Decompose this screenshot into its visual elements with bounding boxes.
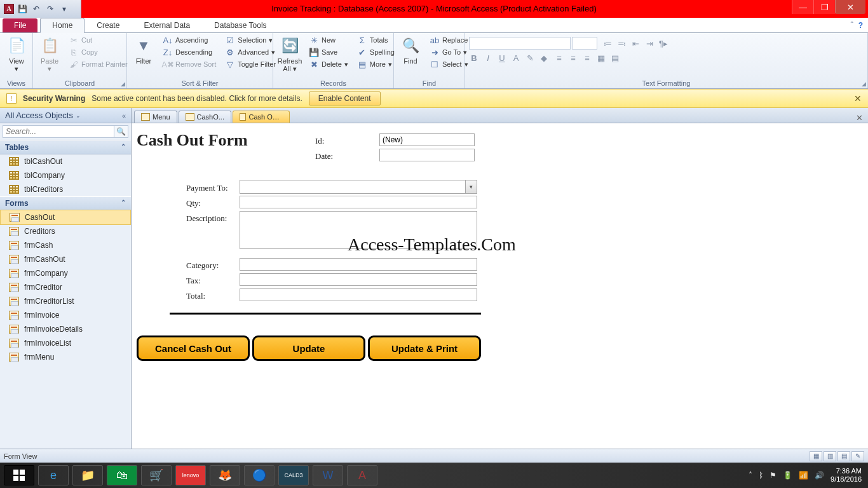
start-button[interactable] bbox=[4, 465, 34, 485]
nav-collapse-icon[interactable]: « bbox=[122, 112, 126, 119]
enable-content-button[interactable]: Enable Content bbox=[309, 92, 381, 105]
id-field[interactable]: (New) bbox=[379, 133, 475, 146]
tray-bluetooth-icon[interactable]: ᛒ bbox=[759, 471, 763, 480]
nav-form-item[interactable]: frmInvoiceList bbox=[0, 336, 131, 350]
nav-form-item[interactable]: frmCashOut bbox=[0, 252, 131, 266]
filter-button[interactable]: ▼ Filter bbox=[131, 34, 156, 66]
font-family-combo[interactable] bbox=[469, 37, 571, 50]
nav-forms-section[interactable]: Forms⌃ bbox=[0, 196, 131, 210]
update-print-button[interactable]: Update & Print bbox=[368, 336, 481, 361]
number-list-icon[interactable]: ≕ bbox=[616, 39, 627, 48]
align-left-icon[interactable]: ≡ bbox=[554, 53, 564, 63]
qty-field[interactable] bbox=[240, 196, 477, 208]
bullet-list-icon[interactable]: ≔ bbox=[602, 39, 613, 48]
total-field[interactable] bbox=[240, 288, 477, 301]
tray-flag-icon[interactable]: ⚑ bbox=[770, 471, 776, 480]
help-icon[interactable]: ? bbox=[858, 21, 863, 30]
taskbar-clock[interactable]: 7:36 AM 9/18/2016 bbox=[831, 467, 864, 484]
taskbar-access-icon[interactable]: A bbox=[347, 465, 377, 485]
file-tab[interactable]: File bbox=[3, 18, 37, 32]
delete-record-button[interactable]: ✖Delete ▾ bbox=[306, 58, 351, 70]
update-button[interactable]: Update bbox=[252, 336, 365, 361]
external-data-tab[interactable]: External Data bbox=[132, 18, 202, 32]
qat-undo-icon[interactable]: ↶ bbox=[31, 3, 42, 15]
category-field[interactable] bbox=[240, 258, 477, 271]
font-size-combo[interactable] bbox=[572, 37, 597, 50]
taskbar-explorer-icon[interactable]: 📁 bbox=[72, 465, 103, 485]
text-dialog-launcher[interactable]: ◢ bbox=[862, 81, 866, 87]
nav-form-item[interactable]: frmCreditor bbox=[0, 280, 131, 294]
window-restore-button[interactable]: ❐ bbox=[813, 0, 835, 14]
nav-form-item[interactable]: frmCreditorList bbox=[0, 294, 131, 308]
document-tab[interactable]: Menu bbox=[134, 111, 177, 123]
nav-search-input[interactable] bbox=[3, 125, 114, 138]
spelling-button[interactable]: ✔Spelling bbox=[355, 46, 397, 58]
design-view-button[interactable]: ✎ bbox=[851, 451, 864, 461]
copy-button[interactable]: ⎘Copy bbox=[66, 46, 130, 58]
alt-row-icon[interactable]: ▤ bbox=[610, 53, 620, 63]
create-tab[interactable]: Create bbox=[85, 18, 132, 32]
dropdown-icon[interactable]: ▾ bbox=[465, 180, 477, 193]
taskbar-app-icon[interactable]: lenovo bbox=[175, 465, 206, 485]
nav-form-item[interactable]: Creditors bbox=[0, 224, 131, 238]
paste-button[interactable]: 📋 Paste▾ bbox=[37, 34, 62, 74]
qat-save-icon[interactable]: 💾 bbox=[17, 3, 28, 15]
descending-button[interactable]: Z↓Descending bbox=[160, 46, 219, 58]
totals-button[interactable]: ΣTotals bbox=[355, 34, 397, 46]
nav-form-item[interactable]: frmMenu bbox=[0, 350, 131, 364]
view-button[interactable]: 📄 View▾ bbox=[4, 34, 29, 74]
datasheet-view-button[interactable]: ▥ bbox=[824, 451, 836, 461]
cut-button[interactable]: ✂Cut bbox=[66, 34, 130, 46]
highlight-icon[interactable]: ✎ bbox=[525, 53, 535, 63]
ribbon-minimize-icon[interactable]: ˆ bbox=[851, 21, 853, 30]
taskbar-word-icon[interactable]: W bbox=[313, 465, 343, 485]
bold-icon[interactable]: B bbox=[469, 53, 479, 63]
select-button[interactable]: ☐Select ▾ bbox=[427, 58, 471, 70]
tax-field[interactable] bbox=[240, 273, 477, 286]
nav-form-item[interactable]: CashOut bbox=[0, 210, 131, 225]
font-color-icon[interactable]: A bbox=[511, 53, 521, 63]
document-tab[interactable]: CashO... bbox=[179, 111, 231, 123]
tray-network-icon[interactable]: 📶 bbox=[799, 471, 808, 480]
qat-redo-icon[interactable]: ↷ bbox=[44, 3, 56, 15]
nav-table-item[interactable]: tblCreditors bbox=[0, 182, 131, 196]
new-record-button[interactable]: ✳New bbox=[306, 34, 351, 46]
gridlines-icon[interactable]: ▦ bbox=[596, 53, 606, 63]
replace-button[interactable]: abReplace bbox=[427, 34, 471, 46]
ltr-icon[interactable]: ¶▸ bbox=[658, 39, 668, 48]
cancel-cash-out-button[interactable]: Cancel Cash Out bbox=[137, 336, 250, 361]
align-right-icon[interactable]: ≡ bbox=[582, 53, 592, 63]
taskbar-firefox-icon[interactable]: 🦊 bbox=[210, 465, 240, 485]
ascending-button[interactable]: A↓Ascending bbox=[160, 34, 219, 46]
payment-to-combo[interactable]: ▾ bbox=[240, 180, 477, 194]
nav-pane-header[interactable]: All Access Objects⌄ « bbox=[0, 108, 131, 123]
save-record-button[interactable]: 💾Save bbox=[306, 46, 351, 58]
fill-color-icon[interactable]: ◆ bbox=[539, 53, 549, 63]
qat-dropdown-icon[interactable]: ▾ bbox=[58, 3, 70, 15]
remove-sort-button[interactable]: A✖Remove Sort bbox=[160, 58, 219, 70]
nav-table-item[interactable]: tblCashOut bbox=[0, 154, 131, 168]
clipboard-dialog-launcher[interactable]: ◢ bbox=[121, 81, 125, 87]
window-minimize-button[interactable]: ― bbox=[792, 0, 813, 14]
nav-form-item[interactable]: frmInvoiceDetails bbox=[0, 322, 131, 336]
advanced-button[interactable]: ⚙Advanced ▾ bbox=[222, 46, 278, 58]
underline-icon[interactable]: U bbox=[497, 53, 507, 63]
tray-up-icon[interactable]: ˄ bbox=[749, 471, 752, 480]
document-tab-active[interactable]: Cash Out Form bbox=[233, 111, 290, 123]
taskbar-chrome-icon[interactable]: 🔵 bbox=[244, 465, 275, 485]
close-document-button[interactable]: ✕ bbox=[856, 113, 863, 123]
nav-table-item[interactable]: tblCompany bbox=[0, 168, 131, 182]
security-close-button[interactable]: ✕ bbox=[854, 93, 862, 104]
toggle-filter-button[interactable]: ▽Toggle Filter bbox=[222, 58, 278, 70]
nav-filter-dropdown-icon[interactable]: ⌄ bbox=[76, 112, 81, 119]
nav-form-item[interactable]: frmCompany bbox=[0, 266, 131, 280]
nav-form-item[interactable]: frmCash bbox=[0, 238, 131, 252]
nav-tables-section[interactable]: Tables⌃ bbox=[0, 140, 131, 154]
selection-button[interactable]: ☑Selection ▾ bbox=[222, 34, 278, 46]
goto-button[interactable]: ➜Go To ▾ bbox=[427, 46, 471, 58]
find-button[interactable]: 🔍 Find bbox=[398, 34, 423, 66]
indent-dec-icon[interactable]: ⇤ bbox=[630, 39, 641, 48]
date-field[interactable] bbox=[379, 149, 475, 161]
taskbar-store-icon[interactable]: 🛍 bbox=[107, 465, 137, 485]
format-painter-button[interactable]: 🖌Format Painter bbox=[66, 58, 130, 70]
